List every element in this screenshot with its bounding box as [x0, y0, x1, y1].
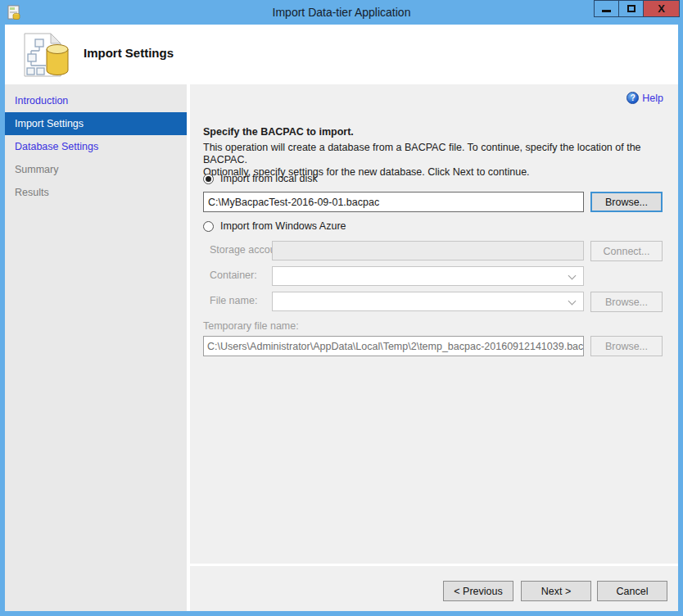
radio-import-local-disk[interactable]: Import from local disk [203, 173, 318, 184]
close-button[interactable]: X [643, 0, 680, 17]
close-icon: X [658, 3, 665, 14]
radio-azure-label: Import from Windows Azure [220, 220, 346, 232]
minimize-icon [602, 10, 611, 12]
sidebar-item-import-settings[interactable]: Import Settings [5, 112, 187, 135]
window-controls: X [594, 0, 680, 17]
wizard-header: Import Settings [5, 25, 678, 84]
sidebar-item-database-settings[interactable]: Database Settings [5, 135, 187, 158]
radio-unselected-icon [203, 221, 214, 232]
window-title: Import Data-tier Application [0, 0, 683, 25]
help-link[interactable]: ? Help [626, 92, 663, 104]
container-combobox [272, 266, 584, 286]
azure-browse-button: Browse... [590, 292, 663, 312]
chevron-down-icon [568, 272, 577, 280]
file-name-label: File name: [210, 295, 257, 306]
page-title: Import Settings [84, 46, 174, 60]
temp-browse-button: Browse... [590, 336, 663, 356]
import-settings-panel: ? Help Specify the BACPAC to import. Thi… [190, 84, 678, 564]
temp-file-input: C:\Users\Administrator\AppData\Local\Tem… [203, 336, 584, 356]
cancel-button[interactable]: Cancel [597, 581, 667, 601]
help-label: Help [642, 93, 663, 104]
container-label: Container: [210, 270, 257, 281]
next-button[interactable]: Next > [521, 581, 591, 601]
temp-file-label: Temporary file name: [203, 320, 299, 332]
local-browse-button[interactable]: Browse... [590, 192, 663, 212]
sidebar-item-summary: Summary [5, 158, 187, 181]
radio-selected-icon [203, 174, 214, 184]
connect-button: Connect... [590, 241, 663, 261]
dac-package-icon [21, 32, 69, 78]
panel-heading: Specify the BACPAC to import. [203, 126, 354, 138]
radio-import-azure[interactable]: Import from Windows Azure [203, 220, 346, 232]
storage-account-input [272, 241, 584, 260]
title-bar[interactable]: Import Data-tier Application X [0, 0, 683, 25]
chevron-down-icon [568, 297, 577, 306]
file-name-combobox [272, 292, 584, 311]
radio-local-disk-label: Import from local disk [220, 173, 318, 184]
footer-bar: < Previous Next > Cancel [190, 566, 678, 611]
sidebar-item-introduction[interactable]: Introduction [5, 89, 187, 112]
minimize-button[interactable] [594, 0, 618, 17]
maximize-button[interactable] [618, 0, 643, 17]
description-line-1: This operation will create a database fr… [203, 142, 678, 166]
help-icon: ? [626, 92, 639, 104]
bacpac-path-input[interactable] [203, 192, 584, 212]
maximize-icon [627, 5, 636, 12]
previous-button[interactable]: < Previous [443, 581, 513, 601]
import-dac-wizard-window: Import Data-tier Application X Import Se… [0, 0, 683, 616]
sidebar-item-results: Results [5, 181, 187, 204]
wizard-steps-sidebar: Introduction Import Settings Database Se… [5, 84, 187, 611]
